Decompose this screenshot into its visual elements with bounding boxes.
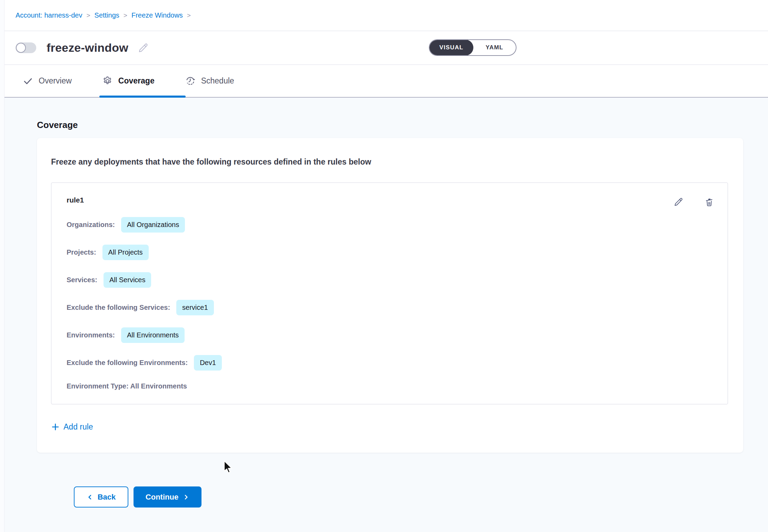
breadcrumb-separator: > [124, 12, 127, 19]
breadcrumb: Account: harness-dev > Settings > Freeze… [0, 0, 768, 31]
edit-title-icon[interactable] [137, 42, 149, 54]
field-label: Exclude the following Services: [67, 304, 170, 312]
chevron-right-icon [183, 494, 189, 501]
field-label: Organizations: [67, 221, 115, 229]
back-label: Back [98, 493, 116, 502]
breadcrumb-settings-link[interactable]: Settings [95, 11, 119, 19]
field-label: Services: [67, 276, 97, 284]
field-label: Projects: [67, 248, 96, 256]
add-rule-button[interactable]: Add rule [51, 422, 93, 432]
breadcrumb-account-link[interactable]: Account: harness-dev [16, 11, 82, 19]
value-chip: All Services [104, 272, 151, 288]
delete-rule-icon[interactable] [704, 197, 715, 207]
rule-name: rule1 [67, 196, 712, 204]
plus-icon [51, 423, 60, 431]
title-bar: freeze-window VISUAL YAML [0, 31, 768, 65]
tab-schedule[interactable]: Schedule [185, 76, 234, 86]
tab-coverage[interactable]: Coverage [102, 76, 155, 86]
yaml-toggle-option[interactable]: YAML [473, 40, 516, 55]
rule-field-row: Projects: All Projects [67, 244, 712, 260]
field-label: Exclude the following Environments: [67, 359, 188, 367]
tab-overview[interactable]: Overview [23, 76, 72, 86]
environment-type-row: Environment Type: All Environments [67, 382, 712, 390]
nav-edge-rail [0, 0, 4, 532]
toggle-knob [16, 43, 26, 53]
gear-icon [102, 76, 113, 86]
visual-toggle-option[interactable]: VISUAL [429, 40, 473, 56]
value-chip: All Environments [121, 327, 185, 343]
check-icon [23, 76, 33, 86]
coverage-card: Freeze any deployments that have the fol… [37, 138, 743, 453]
freeze-enable-toggle[interactable] [16, 42, 36, 53]
rule-field-row: Organizations: All Organizations [67, 217, 712, 233]
breadcrumb-separator: > [86, 12, 90, 19]
wizard-footer: Back Continue [74, 486, 768, 508]
continue-label: Continue [146, 493, 178, 502]
rule-field-row: Environments: All Environments [67, 327, 712, 343]
tab-bar: Overview Coverage Schedule [0, 65, 768, 98]
rule-field-row: Exclude the following Services: service1 [67, 299, 712, 315]
chevron-left-icon [87, 494, 93, 501]
rule-field-row: Exclude the following Environments: Dev1 [67, 355, 712, 371]
value-chip: service1 [176, 300, 214, 315]
tab-label: Overview [39, 76, 72, 86]
page-title: freeze-window [47, 41, 128, 55]
active-tab-underline [99, 96, 186, 98]
page-header: Account: harness-dev > Settings > Freeze… [0, 0, 768, 98]
tab-label: Coverage [118, 76, 155, 86]
visual-yaml-toggle: VISUAL YAML [429, 39, 516, 56]
environment-type-label: Environment Type: All Environments [67, 382, 187, 390]
value-chip: All Organizations [121, 217, 185, 233]
coverage-panel: Coverage Freeze any deployments that hav… [0, 98, 768, 508]
card-intro-text: Freeze any deployments that have the fol… [51, 157, 728, 167]
field-label: Environments: [67, 331, 115, 339]
schedule-clock-icon [185, 76, 196, 86]
back-button[interactable]: Back [74, 486, 128, 508]
edit-rule-icon[interactable] [673, 197, 684, 207]
breadcrumb-separator: > [187, 12, 191, 19]
rule-card: rule1 Organizations: All Organizations P… [51, 183, 728, 404]
add-rule-label: Add rule [63, 422, 93, 432]
breadcrumb-freeze-windows-link[interactable]: Freeze Windows [131, 11, 183, 19]
value-chip: Dev1 [194, 355, 222, 371]
continue-button[interactable]: Continue [134, 486, 201, 508]
tab-label: Schedule [201, 76, 234, 86]
rule-field-row: Services: All Services [67, 272, 712, 288]
value-chip: All Projects [102, 245, 149, 260]
section-title: Coverage [37, 120, 768, 130]
